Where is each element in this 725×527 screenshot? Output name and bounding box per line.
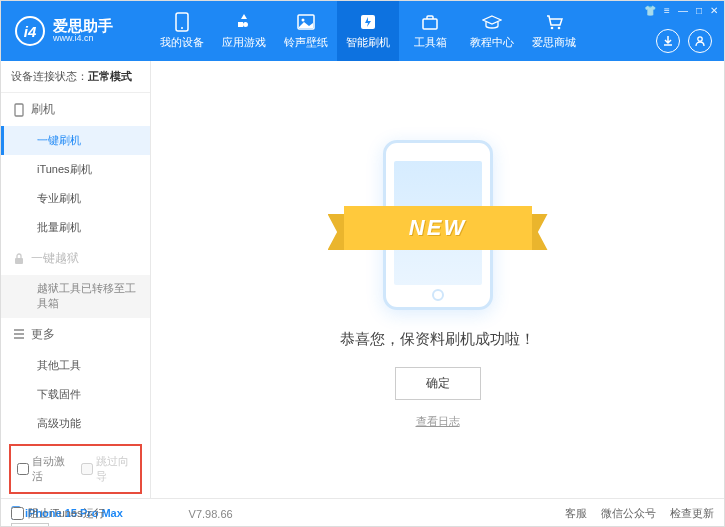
flash-section-header[interactable]: 刷机: [1, 93, 150, 126]
app-logo: i4 爱思助手 www.i4.cn: [1, 16, 151, 46]
sidebar-item-download-firmware[interactable]: 下载固件: [1, 380, 150, 409]
ok-button[interactable]: 确定: [395, 367, 481, 400]
maximize-icon[interactable]: □: [696, 5, 702, 16]
footer-link-wechat[interactable]: 微信公众号: [601, 506, 656, 521]
phone-small-icon: [13, 103, 25, 117]
close-icon[interactable]: ✕: [710, 5, 718, 16]
svg-rect-5: [423, 19, 437, 29]
highlighted-checkbox-area: 自动激活 跳过向导: [9, 444, 142, 494]
apps-icon: [234, 12, 254, 32]
lock-icon: [13, 253, 25, 265]
download-button[interactable]: [656, 29, 680, 53]
svg-point-8: [698, 37, 702, 41]
footer-link-support[interactable]: 客服: [565, 506, 587, 521]
svg-point-7: [558, 27, 561, 30]
flash-icon: [358, 12, 378, 32]
device-capacity: 512GB: [11, 523, 49, 527]
sidebar-item-itunes-flash[interactable]: iTunes刷机: [1, 155, 150, 184]
menu-icon[interactable]: ≡: [664, 5, 670, 16]
nav-toolbox[interactable]: 工具箱: [399, 1, 461, 61]
graduation-icon: [482, 12, 502, 32]
footer-link-update[interactable]: 检查更新: [670, 506, 714, 521]
success-illustration: NEW: [338, 130, 538, 310]
nav-my-device[interactable]: 我的设备: [151, 1, 213, 61]
version-label: V7.98.66: [189, 508, 233, 520]
jailbreak-section-header: 一键越狱: [1, 242, 150, 275]
nav-flash[interactable]: 智能刷机: [337, 1, 399, 61]
image-icon: [296, 12, 316, 32]
skin-icon[interactable]: 👕: [644, 5, 656, 16]
svg-point-1: [181, 27, 183, 29]
block-itunes-checkbox[interactable]: 阻止iTunes运行: [11, 506, 105, 521]
svg-rect-10: [15, 258, 23, 264]
phone-icon: [172, 12, 192, 32]
user-button[interactable]: [688, 29, 712, 53]
view-log-link[interactable]: 查看日志: [416, 414, 460, 429]
logo-icon: i4: [15, 16, 45, 46]
titlebar: i4 爱思助手 www.i4.cn 我的设备 应用游戏 铃声壁纸 智能刷机 工具…: [1, 1, 724, 61]
nav-apps[interactable]: 应用游戏: [213, 1, 275, 61]
sidebar-item-other-tools[interactable]: 其他工具: [1, 351, 150, 380]
sidebar-item-batch-flash[interactable]: 批量刷机: [1, 213, 150, 242]
list-icon: [13, 329, 25, 339]
minimize-icon[interactable]: —: [678, 5, 688, 16]
main-panel: NEW 恭喜您，保资料刷机成功啦！ 确定 查看日志: [151, 61, 724, 498]
sidebar-item-oneclick-flash[interactable]: 一键刷机: [1, 126, 150, 155]
window-controls: 👕 ≡ — □ ✕: [644, 5, 718, 16]
nav-ringtones[interactable]: 铃声壁纸: [275, 1, 337, 61]
app-url: www.i4.cn: [53, 34, 113, 44]
skip-guide-checkbox[interactable]: 跳过向导: [81, 454, 135, 484]
nav-tutorials[interactable]: 教程中心: [461, 1, 523, 61]
svg-rect-9: [15, 104, 23, 116]
main-nav: 我的设备 应用游戏 铃声壁纸 智能刷机 工具箱 教程中心 爱思商城: [151, 1, 585, 61]
sidebar: 设备连接状态：正常模式 刷机 一键刷机 iTunes刷机 专业刷机 批量刷机 一…: [1, 61, 151, 498]
app-title: 爱思助手: [53, 18, 113, 35]
ribbon-text: NEW: [344, 206, 532, 250]
jailbreak-moved-note: 越狱工具已转移至工具箱: [1, 275, 150, 318]
more-section-header[interactable]: 更多: [1, 318, 150, 351]
auto-activate-checkbox[interactable]: 自动激活: [17, 454, 71, 484]
nav-store[interactable]: 爱思商城: [523, 1, 585, 61]
success-message: 恭喜您，保资料刷机成功啦！: [340, 330, 535, 349]
cart-icon: [544, 12, 564, 32]
connection-status: 设备连接状态：正常模式: [1, 61, 150, 93]
sidebar-item-advanced[interactable]: 高级功能: [1, 409, 150, 438]
sidebar-item-pro-flash[interactable]: 专业刷机: [1, 184, 150, 213]
svg-point-6: [551, 27, 554, 30]
toolbox-icon: [420, 12, 440, 32]
svg-point-3: [302, 19, 305, 22]
